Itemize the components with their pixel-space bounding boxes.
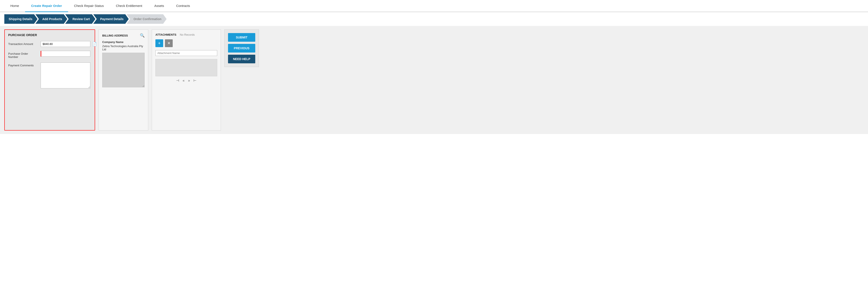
transaction-amount-row: Transaction Amount 📄 xyxy=(8,41,91,47)
submit-button[interactable]: SUBMIT xyxy=(228,33,255,42)
attachment-grid xyxy=(155,59,217,76)
need-help-button[interactable]: NEED HELP xyxy=(228,55,255,63)
po-number-input[interactable] xyxy=(41,51,90,57)
billing-company-label: Company Name xyxy=(102,40,145,44)
po-number-row: Purchase Order Number xyxy=(8,51,91,59)
transaction-amount-label: Transaction Amount xyxy=(8,41,38,45)
step-shipping-details[interactable]: Shipping Details xyxy=(4,14,38,24)
billing-address-textarea[interactable] xyxy=(102,53,145,87)
step-payment-details[interactable]: Payment Details xyxy=(93,14,129,24)
billing-title: BILLING ADDRESS xyxy=(102,34,128,37)
payment-comments-row: Payment Comments xyxy=(8,62,91,88)
transaction-amount-input[interactable] xyxy=(41,41,90,47)
step-shipping-details-label[interactable]: Shipping Details xyxy=(4,14,38,24)
pagination-next-button[interactable]: » xyxy=(187,78,191,83)
action-buttons-section: SUBMIT PREVIOUS NEED HELP xyxy=(224,29,259,67)
po-number-label: Purchase Order Number xyxy=(8,51,38,59)
po-number-wrap xyxy=(41,51,91,57)
step-add-products-label[interactable]: Add Products xyxy=(35,14,67,24)
attachments-title: ATTACHMENTS xyxy=(155,33,176,36)
attachments-section: ATTACHMENTS No Records + ✕ ⊣ « » ⊢ xyxy=(152,29,221,130)
nav-item-assets[interactable]: Assets xyxy=(148,0,170,12)
nav-item-check-repair-status[interactable]: Check Repair Status xyxy=(68,0,110,12)
nav-item-create-repair-order[interactable]: Create Repair Order xyxy=(25,0,68,12)
nav-item-home[interactable]: Home xyxy=(4,0,25,12)
previous-button[interactable]: PREVIOUS xyxy=(228,44,255,53)
attachments-header: ATTACHMENTS No Records xyxy=(155,33,217,36)
purchase-order-title: PURCHASE ORDER xyxy=(8,33,91,37)
payment-comments-input[interactable] xyxy=(41,62,90,88)
step-add-products[interactable]: Add Products xyxy=(35,14,67,24)
step-payment-details-label[interactable]: Payment Details xyxy=(93,14,129,24)
pagination-prev-button[interactable]: « xyxy=(182,78,185,83)
billing-company-name: Zebra Technologies Australia Pty Ltd xyxy=(102,44,145,51)
attachment-add-button[interactable]: + xyxy=(155,39,163,47)
nav-item-check-entitlement[interactable]: Check Entitlement xyxy=(110,0,148,12)
step-order-confirmation-label[interactable]: Order Confirmation xyxy=(127,14,167,24)
purchase-order-section: PURCHASE ORDER Transaction Amount 📄 Purc… xyxy=(4,29,95,130)
transaction-amount-wrap: 📄 xyxy=(41,41,97,47)
step-review-cart[interactable]: Review Cart xyxy=(65,14,95,24)
attachment-remove-button[interactable]: ✕ xyxy=(165,39,173,47)
step-bar: Shipping Details Add Products Review Car… xyxy=(0,12,868,26)
payment-comments-wrap xyxy=(41,62,91,88)
pagination-first-button[interactable]: ⊣ xyxy=(175,78,180,83)
pagination-last-button[interactable]: ⊢ xyxy=(193,78,197,83)
step-order-confirmation[interactable]: Order Confirmation xyxy=(127,14,167,24)
billing-header: BILLING ADDRESS 🔍 xyxy=(102,33,145,38)
payment-comments-label: Payment Comments xyxy=(8,62,38,67)
step-review-cart-label[interactable]: Review Cart xyxy=(65,14,95,24)
top-navigation: Home Create Repair Order Check Repair St… xyxy=(0,0,868,12)
main-content: PURCHASE ORDER Transaction Amount 📄 Purc… xyxy=(0,26,868,134)
no-records-text: No Records xyxy=(180,33,195,36)
attachment-name-input[interactable] xyxy=(155,50,217,56)
document-icon[interactable]: 📄 xyxy=(92,42,97,46)
attachment-buttons: + ✕ xyxy=(155,39,217,47)
nav-item-contracts[interactable]: Contracts xyxy=(170,0,196,12)
pagination-controls: ⊣ « » ⊢ xyxy=(155,78,217,83)
billing-search-icon[interactable]: 🔍 xyxy=(140,33,145,38)
billing-address-section: BILLING ADDRESS 🔍 Company Name Zebra Tec… xyxy=(98,29,148,130)
